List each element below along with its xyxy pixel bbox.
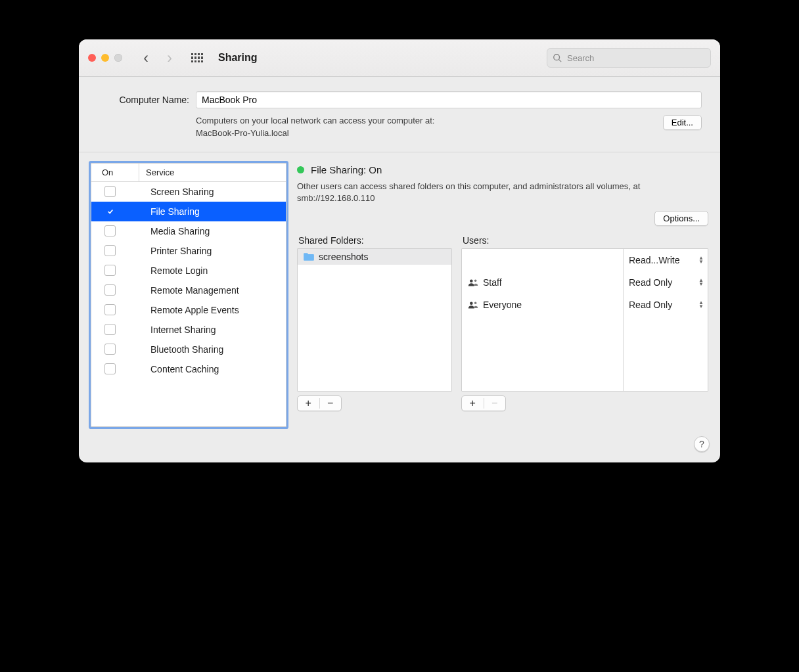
shared-folder-label: screenshots <box>319 252 368 262</box>
svg-point-3 <box>474 280 477 282</box>
forward-button[interactable]: › <box>160 49 179 67</box>
folders-add-remove: + − <box>297 395 342 411</box>
svg-point-0 <box>554 55 560 60</box>
permission-label: Read Only <box>629 277 672 288</box>
permission-selector[interactable]: Read Only▲▼ <box>624 294 708 316</box>
users-label: Users: <box>463 235 708 246</box>
toolbar: ‹ › Sharing <box>79 39 720 77</box>
help-button[interactable]: ? <box>694 436 710 452</box>
service-row[interactable]: Screen Sharing <box>91 182 286 202</box>
service-row[interactable]: Content Caching <box>91 359 286 379</box>
service-detail: File Sharing: On Other users can access … <box>297 163 708 427</box>
minus-icon: − <box>491 398 497 409</box>
status-indicator-icon <box>297 166 304 173</box>
shared-folders-list[interactable]: screenshots <box>297 248 452 392</box>
service-row[interactable]: Remote Apple Events <box>91 300 286 320</box>
status-description: Other users can access shared folders on… <box>297 181 708 204</box>
footer: ? <box>79 434 720 462</box>
edit-hostname-button[interactable]: Edit... <box>663 115 702 130</box>
preferences-window: ‹ › Sharing Computer Name: Computers on … <box>79 39 720 462</box>
service-row[interactable]: Bluetooth Sharing <box>91 340 286 359</box>
service-row[interactable]: Internet Sharing <box>91 320 286 340</box>
service-checkbox[interactable] <box>104 324 116 335</box>
service-checkbox[interactable] <box>104 225 116 236</box>
service-row[interactable]: File Sharing <box>91 202 286 221</box>
service-checkbox[interactable] <box>104 304 116 315</box>
chevron-up-down-icon: ▲▼ <box>698 256 704 264</box>
minimize-window-button[interactable] <box>101 54 109 62</box>
service-checkbox[interactable] <box>104 284 116 296</box>
computer-name-info: Computers on your local network can acce… <box>196 115 656 140</box>
search-field[interactable] <box>547 48 711 68</box>
chevron-up-down-icon: ▲▼ <box>698 301 704 309</box>
user-row[interactable] <box>462 249 623 271</box>
minus-icon: − <box>327 398 333 409</box>
service-label: Bluetooth Sharing <box>141 344 223 355</box>
service-row[interactable]: Remote Management <box>91 280 286 300</box>
remove-folder-button[interactable]: − <box>320 396 342 411</box>
user-row[interactable]: Everyone <box>462 294 623 316</box>
close-window-button[interactable] <box>88 54 96 62</box>
service-checkbox[interactable] <box>104 344 116 355</box>
service-checkbox[interactable] <box>104 186 116 197</box>
users-list[interactable]: StaffEveryone Read...Write▲▼Read Only▲▼R… <box>461 248 708 392</box>
back-button[interactable]: ‹ <box>137 49 155 67</box>
computer-name-input[interactable] <box>196 91 702 108</box>
plus-icon: + <box>470 398 476 409</box>
help-icon: ? <box>699 439 704 449</box>
permission-selector[interactable]: Read...Write▲▼ <box>624 249 708 271</box>
service-row[interactable]: Printer Sharing <box>91 241 286 261</box>
service-label: Printer Sharing <box>141 246 212 256</box>
show-all-button[interactable] <box>188 49 206 67</box>
group-icon <box>467 278 479 287</box>
pane-title: Sharing <box>218 52 258 64</box>
service-label: Remote Apple Events <box>141 305 239 315</box>
zoom-window-button[interactable] <box>114 54 122 62</box>
chevron-up-down-icon: ▲▼ <box>698 279 704 286</box>
service-row[interactable]: Remote Login <box>91 261 286 280</box>
permission-label: Read...Write <box>629 255 680 265</box>
permission-label: Read Only <box>629 300 672 310</box>
service-label: Content Caching <box>141 364 219 374</box>
add-folder-button[interactable]: + <box>298 396 319 411</box>
computer-name-label: Computer Name: <box>97 95 189 105</box>
service-row[interactable]: Media Sharing <box>91 221 286 241</box>
service-checkbox[interactable] <box>104 206 116 217</box>
users-add-remove: + − <box>461 395 506 411</box>
service-checkbox[interactable] <box>104 245 116 256</box>
shared-folder-item[interactable]: screenshots <box>298 249 451 265</box>
user-label: Staff <box>483 277 502 288</box>
services-header-service[interactable]: Service <box>139 164 181 181</box>
services-list[interactable]: On Service Screen SharingFile SharingMed… <box>91 163 286 427</box>
services-header: On Service <box>91 164 286 182</box>
remove-user-button: − <box>484 396 506 411</box>
svg-line-1 <box>559 60 562 62</box>
user-row[interactable]: Staff <box>462 271 623 294</box>
services-header-on[interactable]: On <box>91 164 139 181</box>
folder-icon <box>303 252 315 261</box>
options-button[interactable]: Options... <box>654 211 708 226</box>
svg-point-5 <box>474 302 477 305</box>
search-input[interactable] <box>566 53 705 64</box>
chevron-left-icon: ‹ <box>143 51 148 66</box>
user-label: Everyone <box>483 300 522 310</box>
service-label: Remote Management <box>141 285 239 296</box>
plus-icon: + <box>306 398 311 409</box>
svg-point-4 <box>470 302 473 305</box>
chevron-right-icon: › <box>167 51 172 66</box>
add-user-button[interactable]: + <box>462 396 484 411</box>
service-label: File Sharing <box>141 206 200 217</box>
computer-name-section: Computer Name: Computers on your local n… <box>79 77 720 152</box>
traffic-lights <box>88 54 122 62</box>
grid-icon <box>191 53 204 62</box>
group-icon <box>467 300 479 309</box>
service-label: Remote Login <box>141 265 208 276</box>
main-content: On Service Screen SharingFile SharingMed… <box>79 152 720 434</box>
service-checkbox[interactable] <box>104 265 116 276</box>
status-title: File Sharing: On <box>311 164 382 175</box>
service-label: Media Sharing <box>141 226 210 236</box>
service-checkbox[interactable] <box>104 363 116 374</box>
shared-folders-label: Shared Folders: <box>298 235 452 246</box>
service-label: Internet Sharing <box>141 325 216 335</box>
permission-selector[interactable]: Read Only▲▼ <box>624 271 708 294</box>
